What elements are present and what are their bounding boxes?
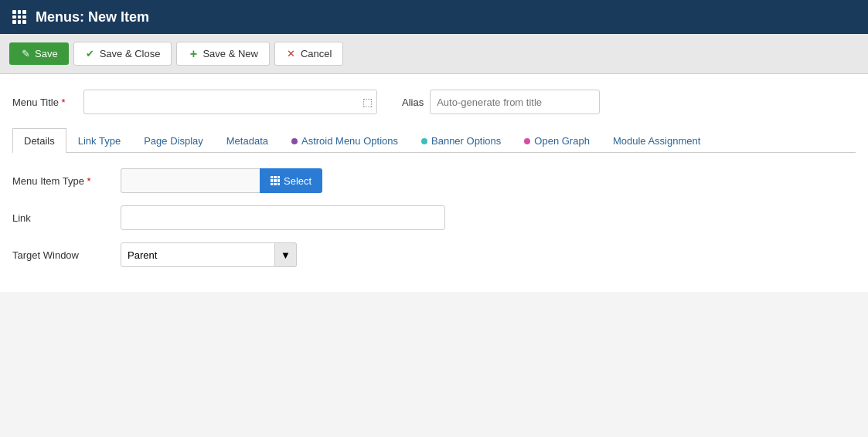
menu-item-type-label: Menu Item Type * xyxy=(12,175,113,187)
cancel-icon: ✕ xyxy=(286,49,297,59)
menu-title-input-wrapper: ⬚ xyxy=(83,90,377,114)
select-arrow-icon[interactable]: ▼ xyxy=(275,242,297,267)
menu-item-type-input[interactable] xyxy=(121,168,260,193)
tabs-nav: Details Link Type Page Display Metadata … xyxy=(12,128,856,153)
menu-title-input[interactable] xyxy=(83,90,377,114)
banner-dot xyxy=(421,138,427,144)
tab-metadata[interactable]: Metadata xyxy=(215,128,280,153)
menu-item-type-row: Menu Item Type * Select xyxy=(12,168,856,193)
alias-input[interactable] xyxy=(430,90,600,114)
menu-title-row: Menu Title * ⬚ Alias xyxy=(12,90,856,114)
link-row: Link xyxy=(12,205,856,230)
astroid-dot xyxy=(291,138,298,144)
required-star: * xyxy=(87,175,91,187)
tab-content-details: Menu Item Type * Select Link xyxy=(12,168,856,267)
select-button[interactable]: Select xyxy=(260,168,322,193)
edit-icon: ⬚ xyxy=(363,96,373,108)
save-button[interactable]: ✎ Save xyxy=(9,42,69,65)
tab-module-assignment[interactable]: Module Assignment xyxy=(601,128,712,153)
target-window-row: Target Window Parent _blank _self _top ▼ xyxy=(12,242,856,267)
main-content: Menu Title * ⬚ Alias Details Link Type P… xyxy=(0,74,868,292)
tab-open-graph[interactable]: Open Graph xyxy=(512,128,601,153)
save-new-button[interactable]: + Save & New xyxy=(176,42,270,66)
open-graph-dot xyxy=(524,138,530,144)
checkmark-icon: ✔ xyxy=(85,49,96,59)
tab-link-type[interactable]: Link Type xyxy=(66,128,132,153)
cancel-button[interactable]: ✕ Cancel xyxy=(274,42,343,66)
tab-astroid-menu-options[interactable]: Astroid Menu Options xyxy=(280,128,410,153)
menu-title-label: Menu Title * xyxy=(12,97,74,108)
required-indicator: * xyxy=(62,97,66,108)
select-grid-icon xyxy=(271,176,280,185)
link-input[interactable] xyxy=(121,205,445,230)
target-window-label: Target Window xyxy=(12,249,113,261)
tab-page-display[interactable]: Page Display xyxy=(132,128,215,153)
toolbar: ✎ Save ✔ Save & Close + Save & New ✕ Can… xyxy=(0,34,868,74)
target-window-select-wrapper: Parent _blank _self _top ▼ xyxy=(121,242,297,267)
save-icon: ✎ xyxy=(20,49,31,59)
alias-label: Alias xyxy=(402,97,424,108)
page-title: Menus: New Item xyxy=(36,9,149,25)
link-label: Link xyxy=(12,212,113,224)
plus-icon: + xyxy=(188,49,199,59)
save-close-button[interactable]: ✔ Save & Close xyxy=(73,42,172,66)
menu-item-type-field: Select xyxy=(121,168,322,193)
app-header: Menus: New Item xyxy=(0,0,868,34)
tab-details[interactable]: Details xyxy=(12,128,66,153)
tab-banner-options[interactable]: Banner Options xyxy=(410,128,512,153)
alias-group: Alias xyxy=(402,90,600,114)
target-window-select[interactable]: Parent _blank _self _top xyxy=(121,242,275,267)
hamburger-menu-icon[interactable] xyxy=(12,10,26,24)
